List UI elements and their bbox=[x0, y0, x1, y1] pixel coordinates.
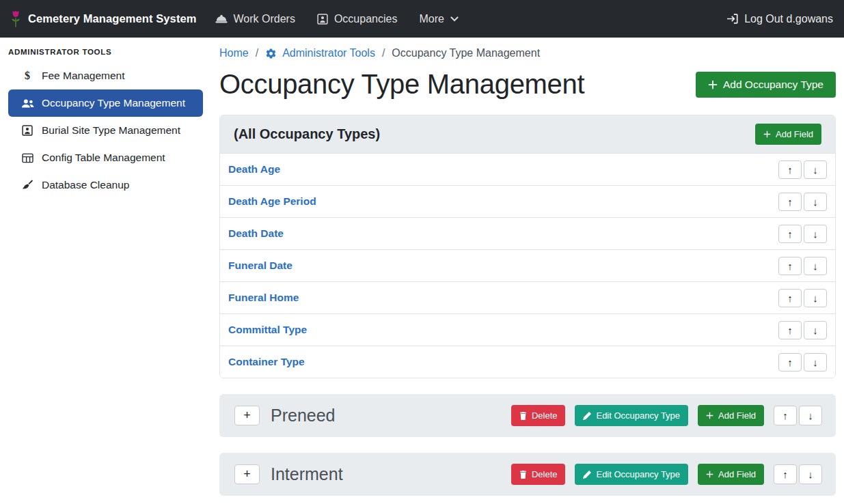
field-link[interactable]: Container Type bbox=[228, 356, 305, 368]
breadcrumb-separator: / bbox=[256, 47, 258, 59]
nav-more[interactable]: More bbox=[419, 13, 458, 25]
reorder-controls: ↑ ↓ bbox=[778, 289, 827, 307]
section-title: Preneed bbox=[271, 406, 336, 425]
breadcrumb-admin-tools-label: Administrator Tools bbox=[282, 47, 375, 59]
add-occupancy-type-button[interactable]: Add Occupancy Type bbox=[696, 72, 836, 98]
reorder-controls: ↑ ↓ bbox=[778, 321, 827, 339]
reorder-controls: ↑ ↓ bbox=[778, 257, 827, 275]
move-up-button[interactable]: ↑ bbox=[778, 225, 802, 243]
field-link[interactable]: Death Age bbox=[228, 163, 280, 176]
brand-title: Cemetery Management System bbox=[28, 12, 197, 25]
sidebar-item-database-cleanup[interactable]: Database Cleanup bbox=[8, 171, 203, 199]
edit-occupancy-type-label: Edit Occupancy Type bbox=[596, 469, 680, 479]
field-row: Death Date ↑ ↓ bbox=[220, 217, 835, 249]
move-up-button[interactable]: ↑ bbox=[778, 321, 802, 339]
edit-occupancy-type-button[interactable]: Edit Occupancy Type bbox=[575, 405, 688, 426]
move-up-button[interactable]: ↑ bbox=[778, 353, 802, 372]
expand-button[interactable]: + bbox=[234, 406, 260, 425]
edit-occupancy-type-button[interactable]: Edit Occupancy Type bbox=[575, 464, 688, 485]
nav-work-orders[interactable]: Work Orders bbox=[215, 13, 295, 25]
add-field-button[interactable]: Add Field bbox=[698, 464, 764, 485]
edit-occupancy-type-label: Edit Occupancy Type bbox=[596, 410, 680, 421]
arrow-down-icon: ↓ bbox=[813, 260, 818, 272]
add-occupancy-type-label: Add Occupancy Type bbox=[723, 79, 823, 91]
plus-icon bbox=[763, 130, 771, 138]
section-actions: Delete Edit Occupancy Type Add Field ↑ ↓ bbox=[511, 464, 822, 485]
field-link[interactable]: Death Date bbox=[228, 227, 284, 240]
plus-icon bbox=[706, 412, 713, 419]
expand-button[interactable]: + bbox=[234, 464, 260, 484]
move-up-button[interactable]: ↑ bbox=[774, 406, 797, 425]
gear-icon bbox=[265, 48, 277, 59]
move-up-button[interactable]: ↑ bbox=[778, 257, 802, 275]
reorder-controls: ↑ ↓ bbox=[778, 353, 827, 372]
burial-site-icon bbox=[19, 125, 36, 136]
move-up-button[interactable]: ↑ bbox=[774, 464, 797, 484]
section-title: Interment bbox=[271, 464, 343, 484]
arrow-up-icon: ↑ bbox=[782, 468, 788, 480]
top-navbar: Cemetery Management System Work Orders O… bbox=[0, 0, 844, 38]
plus-icon bbox=[706, 471, 713, 478]
section-interment: + Interment Delete Edit Occupancy Type A… bbox=[219, 453, 836, 496]
pencil-icon bbox=[583, 412, 591, 420]
move-down-button[interactable]: ↓ bbox=[799, 406, 822, 425]
sidebar-heading: ADMINISTRATOR TOOLS bbox=[0, 41, 210, 62]
move-down-button[interactable]: ↓ bbox=[804, 353, 827, 372]
breadcrumb-home-link[interactable]: Home bbox=[219, 47, 249, 59]
chevron-down-icon bbox=[450, 16, 459, 22]
delete-button[interactable]: Delete bbox=[511, 464, 566, 485]
field-link[interactable]: Funeral Date bbox=[228, 260, 292, 272]
add-field-button[interactable]: Add Field bbox=[755, 124, 821, 145]
arrow-down-icon: ↓ bbox=[813, 292, 818, 304]
nav-work-orders-label: Work Orders bbox=[234, 13, 295, 25]
breadcrumb-separator: / bbox=[382, 47, 385, 59]
pencil-icon bbox=[583, 471, 591, 479]
logout-label: Log Out d.gowans bbox=[744, 13, 833, 25]
section-actions: Delete Edit Occupancy Type Add Field ↑ ↓ bbox=[511, 405, 822, 426]
logout-link[interactable]: Log Out d.gowans bbox=[726, 13, 833, 25]
arrow-up-icon: ↑ bbox=[787, 228, 793, 240]
sidebar-item-label: Fee Management bbox=[42, 70, 125, 82]
move-down-button[interactable]: ↓ bbox=[804, 225, 827, 243]
arrow-up-icon: ↑ bbox=[787, 356, 793, 368]
add-field-button[interactable]: Add Field bbox=[698, 405, 764, 426]
move-up-button[interactable]: ↑ bbox=[778, 160, 802, 179]
move-up-button[interactable]: ↑ bbox=[778, 193, 802, 211]
sidebar: ADMINISTRATOR TOOLS $ Fee Management Occ… bbox=[0, 38, 210, 504]
arrow-down-icon: ↓ bbox=[813, 196, 818, 208]
field-row: Funeral Home ↑ ↓ bbox=[220, 281, 835, 313]
card-title: (All Occupancy Types) bbox=[234, 126, 380, 142]
sidebar-item-config-table-management[interactable]: Config Table Management bbox=[8, 144, 203, 171]
nav-occupancies[interactable]: Occupancies bbox=[317, 13, 398, 25]
person-card-icon bbox=[317, 14, 328, 25]
move-down-button[interactable]: ↓ bbox=[804, 289, 827, 307]
breadcrumb-current: Occupancy Type Management bbox=[392, 47, 540, 59]
arrow-down-icon: ↓ bbox=[813, 356, 818, 368]
sidebar-item-occupancy-type-management[interactable]: Occupancy Type Management bbox=[8, 89, 203, 117]
delete-label: Delete bbox=[532, 410, 558, 421]
field-row: Committal Type ↑ ↓ bbox=[220, 313, 835, 346]
move-down-button[interactable]: ↓ bbox=[804, 160, 827, 179]
delete-button[interactable]: Delete bbox=[511, 405, 566, 426]
move-down-button[interactable]: ↓ bbox=[804, 193, 827, 211]
move-down-button[interactable]: ↓ bbox=[799, 464, 822, 484]
trash-icon bbox=[519, 471, 527, 479]
add-field-label: Add Field bbox=[718, 469, 756, 479]
field-link[interactable]: Committal Type bbox=[228, 324, 307, 336]
flower-logo-icon bbox=[10, 10, 22, 28]
arrow-down-icon: ↓ bbox=[813, 228, 818, 240]
move-down-button[interactable]: ↓ bbox=[804, 257, 827, 275]
move-down-button[interactable]: ↓ bbox=[804, 321, 827, 339]
sidebar-item-burial-site-type-management[interactable]: Burial Site Type Management bbox=[8, 117, 203, 144]
move-up-button[interactable]: ↑ bbox=[778, 289, 802, 307]
arrow-up-icon: ↑ bbox=[782, 410, 788, 421]
breadcrumb-admin-tools-link[interactable]: Administrator Tools bbox=[265, 47, 375, 59]
sidebar-item-fee-management[interactable]: $ Fee Management bbox=[8, 62, 203, 89]
field-link[interactable]: Funeral Home bbox=[228, 292, 299, 304]
arrow-up-icon: ↑ bbox=[787, 196, 793, 208]
breadcrumb: Home / Administrator Tools / Occupancy T… bbox=[219, 47, 836, 59]
arrow-down-icon: ↓ bbox=[813, 324, 818, 336]
field-link[interactable]: Death Age Period bbox=[228, 195, 316, 208]
nav-links: Work Orders Occupancies More bbox=[215, 13, 459, 25]
brand[interactable]: Cemetery Management System bbox=[10, 10, 197, 28]
